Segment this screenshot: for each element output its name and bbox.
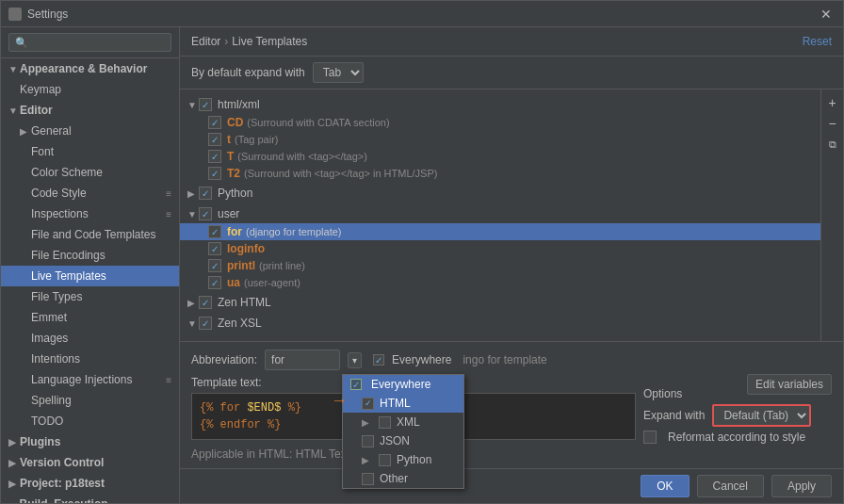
sidebar-item-language-injections[interactable]: Language Injections ≡: [1, 369, 179, 390]
dropdown-item-xml[interactable]: ▶ XML: [343, 413, 463, 431]
expand-with-select[interactable]: Default (Tab): [712, 404, 811, 427]
apply-button[interactable]: Apply: [771, 475, 832, 497]
template-item-printl[interactable]: printl (print line): [180, 257, 820, 274]
sidebar-item-spelling[interactable]: Spelling: [1, 390, 179, 411]
item-checkbox[interactable]: [208, 150, 221, 163]
template-item-for[interactable]: for (django for template): [180, 223, 820, 240]
expand-arrow: ▶: [8, 458, 18, 468]
expand-label: By default expand with: [191, 66, 305, 79]
template-group-header-htmlxml[interactable]: ▼ html/xml: [180, 95, 820, 114]
item-checkbox[interactable]: [208, 276, 221, 289]
xml-arrow: ▶: [362, 417, 371, 428]
group-checkbox[interactable]: [199, 207, 212, 220]
sidebar: ▼ Appearance & Behavior Keymap ▼ Editor …: [1, 27, 180, 503]
sidebar-item-color-scheme[interactable]: Color Scheme: [1, 162, 179, 183]
dropdown-item-html[interactable]: HTML: [343, 394, 463, 413]
sidebar-item-appearance-behavior[interactable]: ▼ Appearance & Behavior: [1, 58, 179, 79]
group-checkbox[interactable]: [199, 317, 212, 330]
expand-select[interactable]: Tab: [313, 62, 364, 83]
abbreviation-label: Abbreviation:: [191, 353, 257, 366]
cancel-button[interactable]: Cancel: [697, 475, 764, 497]
item-checkbox[interactable]: [208, 116, 221, 129]
template-group-zenhtml: ▶ Zen HTML: [180, 293, 820, 312]
sidebar-item-images[interactable]: Images: [1, 328, 179, 349]
group-checkbox[interactable]: [199, 98, 212, 111]
group-arrow: ▼: [187, 209, 199, 219]
dropdown-item-json[interactable]: JSON: [343, 431, 463, 450]
dd-checkbox-html[interactable]: [362, 398, 374, 410]
search-container: [1, 27, 179, 58]
template-group-header-python[interactable]: ▶ Python: [180, 184, 820, 203]
everywhere-button[interactable]: Everywhere: [369, 351, 455, 368]
sidebar-item-todo[interactable]: TODO: [1, 411, 179, 431]
search-input[interactable]: [8, 33, 171, 52]
add-button[interactable]: +: [823, 93, 842, 112]
sidebar-item-file-encodings[interactable]: File Encodings: [1, 245, 179, 266]
template-item-T2[interactable]: T2 (Surround with <tag></tag> in HTML/JS…: [180, 165, 820, 182]
code-style-indicator: ≡: [166, 188, 171, 199]
sidebar-item-file-code-templates[interactable]: File and Code Templates: [1, 224, 179, 245]
sidebar-item-build[interactable]: ▶ Build, Execution, Deployment: [1, 494, 179, 503]
dropdown-header: Everywhere: [343, 375, 463, 394]
item-checkbox[interactable]: [208, 242, 221, 255]
item-checkbox[interactable]: [208, 259, 221, 272]
description-text: ingo for template: [463, 353, 832, 366]
dd-checkbox-json[interactable]: [362, 435, 374, 447]
dd-header-checkbox[interactable]: [350, 379, 362, 390]
remove-button[interactable]: −: [823, 114, 842, 133]
sidebar-item-code-style[interactable]: Code Style ≡: [1, 183, 179, 203]
everywhere-checkbox[interactable]: [373, 354, 384, 366]
sidebar-item-font[interactable]: Font: [1, 141, 179, 162]
breadcrumb: Editor › Live Templates: [191, 35, 307, 48]
dropdown-item-python[interactable]: ▶ Python: [343, 450, 463, 469]
template-item-t[interactable]: t (Tag pair): [180, 131, 820, 148]
reset-link[interactable]: Reset: [803, 35, 832, 48]
item-checkbox[interactable]: [208, 167, 221, 180]
edit-variables-button[interactable]: Edit variables: [747, 374, 832, 395]
template-group-htmlxml: ▼ html/xml CD (Surround with CDATA secti…: [180, 95, 820, 182]
dd-checkbox-xml[interactable]: [379, 416, 391, 429]
window-title: Settings: [27, 8, 68, 21]
footer: OK Cancel Apply: [180, 468, 843, 503]
template-item-loginfo[interactable]: loginfo: [180, 240, 820, 257]
sidebar-item-plugins[interactable]: ▶ Plugins: [1, 431, 179, 452]
main-header: Editor › Live Templates Reset: [180, 27, 843, 57]
sidebar-item-project[interactable]: ▶ Project: p18test: [1, 473, 179, 494]
sidebar-item-intentions[interactable]: Intentions: [1, 349, 179, 369]
group-checkbox[interactable]: [199, 187, 212, 200]
sidebar-item-emmet[interactable]: Emmet: [1, 307, 179, 328]
sidebar-item-keymap[interactable]: Keymap: [1, 79, 179, 100]
lang-inject-indicator: ≡: [166, 375, 171, 385]
dropdown-arrow-button[interactable]: ▾: [348, 352, 362, 368]
ok-button[interactable]: OK: [641, 475, 689, 497]
group-arrow: ▶: [187, 298, 199, 308]
template-group-header-user[interactable]: ▼ user: [180, 204, 820, 223]
templates-list: ▼ html/xml CD (Surround with CDATA secti…: [180, 89, 820, 341]
settings-window: Settings ✕ ▼ Appearance & Behavior Keyma…: [0, 0, 844, 504]
close-button[interactable]: ✕: [817, 7, 836, 22]
item-checkbox[interactable]: [208, 225, 221, 238]
editor-area: Abbreviation: ▾ Everywhere ingo for temp…: [180, 341, 843, 468]
sidebar-item-editor[interactable]: ▼ Editor: [1, 100, 179, 121]
template-group-header-zenxsl[interactable]: ▼ Zen XSL: [180, 314, 820, 333]
abbreviation-input[interactable]: [265, 350, 340, 370]
main-panel: Editor › Live Templates Reset By default…: [180, 27, 843, 503]
options-row: Expand with Default (Tab): [643, 404, 832, 427]
template-item-cd[interactable]: CD (Surround with CDATA section): [180, 114, 820, 131]
right-options: Edit variables Options Expand with Defau…: [643, 376, 832, 444]
item-checkbox[interactable]: [208, 133, 221, 146]
reformat-checkbox[interactable]: [643, 431, 657, 444]
template-group-header-zenhtml[interactable]: ▶ Zen HTML: [180, 293, 820, 312]
template-item-ua[interactable]: ua (user-agent): [180, 274, 820, 291]
sidebar-item-live-templates[interactable]: Live Templates: [1, 266, 179, 286]
dd-checkbox-python[interactable]: [379, 454, 391, 466]
copy-button[interactable]: ⧉: [823, 135, 842, 154]
dd-checkbox-other[interactable]: [362, 473, 374, 485]
dropdown-item-other[interactable]: Other: [343, 469, 463, 488]
template-item-T[interactable]: T (Surround with <tag></tag>): [180, 148, 820, 165]
sidebar-item-general[interactable]: ▶ General: [1, 121, 179, 141]
sidebar-item-version-control[interactable]: ▶ Version Control: [1, 452, 179, 473]
group-checkbox[interactable]: [199, 296, 212, 309]
sidebar-item-file-types[interactable]: File Types: [1, 286, 179, 307]
sidebar-item-inspections[interactable]: Inspections ≡: [1, 203, 179, 224]
